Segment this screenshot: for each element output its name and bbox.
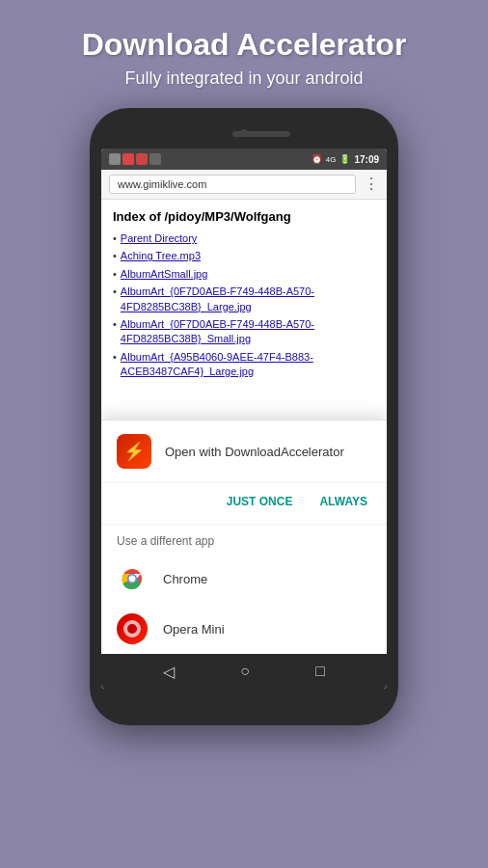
bullet-4: • xyxy=(113,285,117,297)
notif-icon-4 xyxy=(149,153,161,165)
status-time: 17:09 xyxy=(354,154,379,165)
home-button[interactable]: ○ xyxy=(240,663,250,680)
phone-top-bar xyxy=(101,120,387,149)
file-link-4[interactable]: AlbumArt_{0F7D0AEB-F749-448B-A570-4FD828… xyxy=(121,285,375,314)
header-section: Download Accelerator Fully integrated in… xyxy=(63,0,426,108)
bullet-3: • xyxy=(113,268,117,280)
list-item: • AlbumArt_{0F7D0AEB-F749-448B-A570-4FD8… xyxy=(113,285,375,314)
list-item: • AlbumArt_{0F7D0AEB-F749-448B-A570-4FD8… xyxy=(113,317,375,347)
always-button[interactable]: ALWAYS xyxy=(315,491,371,512)
lightning-icon: ⚡ xyxy=(123,441,145,462)
phone-screen: ⏰ 4G 🔋 17:09 www.gimiklive.com ⋮ Index o… xyxy=(101,149,387,689)
notif-icon-3 xyxy=(136,153,148,165)
opera-icon xyxy=(117,613,148,644)
file-link-3[interactable]: AlbumArtSmall.jpg xyxy=(121,267,207,282)
alarm-icon: ⏰ xyxy=(312,154,322,164)
browser-content: Index of /pidoy/MP3/Wolfgang • Parent Di… xyxy=(101,200,387,654)
navigation-bar: ◁ ○ □ xyxy=(101,654,387,689)
page-heading: Index of /pidoy/MP3/Wolfgang xyxy=(113,209,375,224)
just-once-button[interactable]: JUST ONCE xyxy=(223,491,297,512)
notif-icon-2 xyxy=(122,153,134,165)
different-app-label: Use a different app xyxy=(101,525,387,554)
bullet-1: • xyxy=(113,232,117,244)
notification-icons xyxy=(109,153,161,165)
file-link-6[interactable]: AlbumArt_{A95B4060-9AEE-47F4-B883-ACEB34… xyxy=(121,350,375,380)
file-link-5[interactable]: AlbumArt_{0F7D0AEB-F749-448B-A570-4FD828… xyxy=(121,317,375,347)
open-with-text: Open with DownloadAccelerator xyxy=(165,445,344,459)
file-link-1[interactable]: Parent Directory xyxy=(121,231,197,246)
bullet-5: • xyxy=(113,318,117,330)
file-list: • Parent Directory • Aching Tree.mp3 • A… xyxy=(113,231,375,380)
bullet-6: • xyxy=(113,351,117,363)
app-subtitle: Fully integrated in your android xyxy=(82,68,407,89)
phone-mockup: ⏰ 4G 🔋 17:09 www.gimiklive.com ⋮ Index o… xyxy=(90,108,398,725)
download-accelerator-icon: ⚡ xyxy=(117,434,151,469)
list-item: • AlbumArtSmall.jpg xyxy=(113,267,375,282)
status-bar-left xyxy=(109,153,161,165)
app-title: Download Accelerator xyxy=(82,27,407,63)
opera-app-name: Opera Mini xyxy=(163,622,225,637)
back-button[interactable]: ◁ xyxy=(163,663,175,681)
status-bar-right: ⏰ 4G 🔋 17:09 xyxy=(312,154,379,165)
phone-speaker xyxy=(232,131,290,137)
list-item: • Aching Tree.mp3 xyxy=(113,249,375,263)
svg-point-2 xyxy=(129,576,136,583)
url-input[interactable]: www.gimiklive.com xyxy=(109,175,356,194)
browser-menu-icon[interactable]: ⋮ xyxy=(364,176,379,192)
battery-icon: 🔋 xyxy=(339,154,350,164)
status-bar: ⏰ 4G 🔋 17:09 xyxy=(101,149,387,170)
recents-button[interactable]: □ xyxy=(315,663,325,680)
chrome-app-name: Chrome xyxy=(163,572,207,586)
opera-app-row[interactable]: Opera Mini xyxy=(101,604,387,654)
notif-icon-1 xyxy=(109,153,121,165)
bullet-2: • xyxy=(113,250,117,261)
chrome-icon xyxy=(117,563,148,594)
list-item: • Parent Directory xyxy=(113,231,375,246)
bottom-sheet: ⚡ Open with DownloadAccelerator JUST ONC… xyxy=(101,420,387,654)
action-buttons: JUST ONCE ALWAYS xyxy=(101,483,387,525)
signal-icon: 4G xyxy=(326,155,337,164)
list-item: • AlbumArt_{A95B4060-9AEE-47F4-B883-ACEB… xyxy=(113,350,375,380)
url-bar: www.gimiklive.com ⋮ xyxy=(101,170,387,200)
file-link-2[interactable]: Aching Tree.mp3 xyxy=(121,249,201,263)
opera-icon-inner xyxy=(123,620,141,637)
open-with-row: ⚡ Open with DownloadAccelerator xyxy=(101,420,387,483)
chrome-app-row[interactable]: Chrome xyxy=(101,554,387,604)
